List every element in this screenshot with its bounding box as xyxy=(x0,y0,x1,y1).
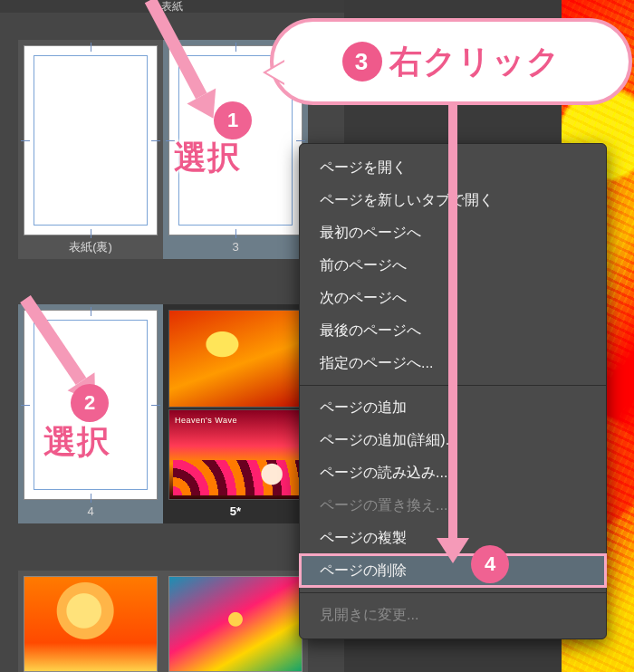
page-canvas xyxy=(168,576,303,672)
page-spread-1: 表紙(裏) 3 xyxy=(18,40,308,259)
page-canvas xyxy=(24,45,158,235)
page-canvas xyxy=(24,576,158,672)
page-thumb-cover-back[interactable]: 表紙(裏) xyxy=(18,40,163,259)
annotation-text-2: 選択 xyxy=(43,420,110,465)
page-spread-3 xyxy=(18,571,308,672)
page-thumb-6[interactable] xyxy=(18,571,163,672)
annotation-bubble-3: 3 右クリック xyxy=(270,18,632,105)
page-group-header: 表紙 xyxy=(0,0,344,13)
annotation-badge-3: 3 xyxy=(342,42,382,82)
annotation-badge-2: 2 xyxy=(71,384,109,422)
page-label: 5* xyxy=(163,500,308,523)
page-thumb-5[interactable]: Heaven's Wave 5* xyxy=(163,304,308,523)
menu-separator xyxy=(300,592,606,593)
page-thumb-7[interactable] xyxy=(163,571,308,672)
page-spread-2: 4 Heaven's Wave 5* xyxy=(18,304,308,523)
annotation-badge-1: 1 xyxy=(214,101,252,139)
annotation-text-3: 右クリック xyxy=(389,40,561,84)
annotation-text-1: 選択 xyxy=(174,136,241,180)
page-label: 表紙(裏) xyxy=(18,235,163,259)
annotation-badge-4: 4 xyxy=(471,545,509,583)
artwork-caption: Heaven's Wave xyxy=(175,416,237,425)
page-canvas: Heaven's Wave xyxy=(168,310,303,500)
page-label: 3 xyxy=(163,235,308,259)
page-label: 4 xyxy=(18,500,163,523)
menu-change-to-spread: 見開きに変更... xyxy=(300,599,606,631)
